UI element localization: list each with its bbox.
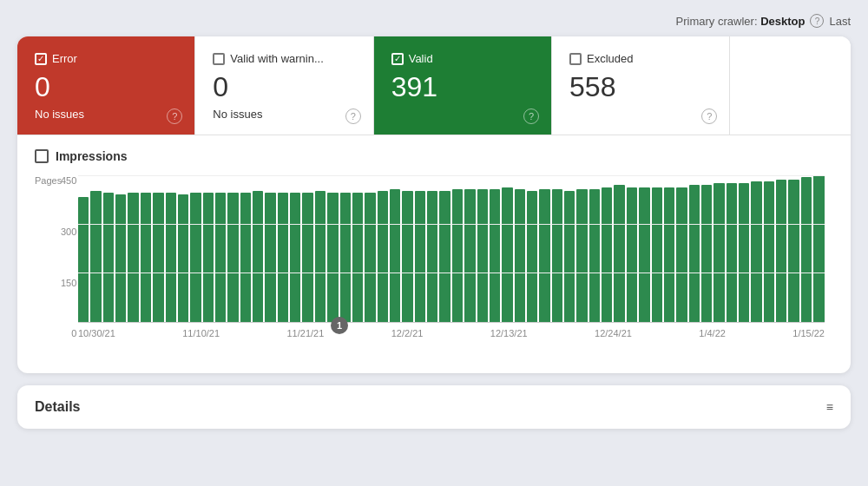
tab-valid-checkbox[interactable]: ✓ [391, 53, 404, 65]
tab-warning-name: Valid with warnin... [230, 52, 323, 65]
y-tick-300: 300 [61, 227, 76, 237]
bar-28 [427, 191, 437, 322]
x-label-8: 1/15/22 [792, 328, 825, 338]
bar-24 [378, 191, 388, 322]
bar-20 [327, 193, 338, 322]
bar-34 [502, 187, 512, 323]
bar-11 [215, 193, 226, 322]
last-label: Last [829, 15, 851, 28]
bar-52 [727, 183, 737, 322]
x-label-6: 12/24/21 [595, 328, 632, 338]
bar-36 [527, 191, 537, 322]
bar-31 [464, 189, 475, 322]
bar-58 [801, 177, 812, 322]
impressions-label: Impressions [56, 149, 127, 163]
tab-valid[interactable]: ✓ Valid 391 ? [374, 36, 552, 135]
bar-3 [115, 194, 126, 322]
bar-29 [439, 191, 450, 322]
impressions-checkbox[interactable] [35, 149, 49, 163]
tab-error-sublabel: No issues [35, 108, 177, 121]
bar-4 [128, 193, 138, 322]
bar-5 [141, 193, 151, 322]
impressions-header: Impressions [35, 149, 833, 163]
y-tick-450: 450 [61, 175, 76, 186]
crawler-type: Desktop [760, 15, 805, 28]
bar-12 [227, 193, 238, 322]
x-label-3: 11/21/21 [286, 328, 324, 338]
tab-error[interactable]: ✓ Error 0 No issues ? [17, 36, 195, 135]
bar-40 [576, 189, 587, 322]
tab-excluded-name: Excluded [587, 52, 633, 65]
y-axis: 450 300 150 0 [61, 175, 76, 338]
bar-17 [290, 193, 300, 322]
bar-13 [240, 193, 251, 322]
bar-46 [652, 187, 662, 323]
bar-55 [764, 181, 774, 322]
tab-excluded-count: 558 [569, 72, 712, 102]
filter-icon[interactable]: ≡ [826, 400, 833, 414]
x-label-2: 11/10/21 [182, 328, 220, 338]
tab-error-checkbox[interactable]: ✓ [35, 53, 47, 65]
bar-15 [265, 193, 275, 322]
bar-27 [415, 191, 425, 322]
annotation-dot: 1 [331, 317, 348, 334]
bar-7 [166, 193, 176, 322]
bar-19 [315, 191, 326, 322]
bar-59 [813, 175, 824, 322]
bar-51 [713, 183, 724, 322]
tab-warning-checkbox[interactable] [213, 53, 225, 65]
crawler-help-icon[interactable]: ? [810, 14, 824, 28]
bar-39 [564, 191, 575, 322]
bar-14 [253, 191, 263, 322]
bar-38 [552, 189, 562, 322]
tab-warning[interactable]: Valid with warnin... 0 No issues ? [195, 36, 373, 135]
bar-41 [589, 189, 600, 322]
chart-annotation: 1 [331, 317, 348, 334]
bar-18 [302, 193, 312, 322]
bar-47 [664, 187, 674, 323]
tab-error-help-icon[interactable]: ? [167, 108, 182, 124]
bar-49 [689, 185, 700, 322]
chart-bars-wrapper: 1 [78, 175, 825, 323]
x-axis: 10/30/21 11/10/21 11/21/21 12/2/21 12/13… [78, 323, 825, 338]
bar-53 [739, 183, 749, 322]
details-card: Details ≡ [17, 385, 851, 429]
y-tick-150: 150 [61, 278, 76, 288]
tab-excluded-help-icon[interactable]: ? [701, 108, 717, 124]
tab-valid-count: 391 [391, 72, 534, 102]
bar-57 [788, 180, 799, 323]
bar-21 [340, 193, 351, 322]
tab-error-header: ✓ Error [35, 52, 177, 65]
tab-warning-header: Valid with warnin... [213, 52, 355, 65]
bar-45 [639, 187, 649, 323]
bar-48 [676, 187, 687, 323]
tab-warning-count: 0 [213, 72, 355, 102]
bar-32 [477, 189, 488, 322]
bar-44 [627, 187, 637, 323]
tab-warning-sublabel: No issues [213, 108, 355, 121]
bar-1 [90, 191, 101, 322]
tab-excluded[interactable]: Excluded 558 ? [552, 36, 730, 135]
tab-valid-help-icon[interactable]: ? [523, 108, 539, 124]
bar-33 [490, 189, 500, 322]
tab-warning-help-icon[interactable]: ? [345, 108, 361, 124]
bar-26 [402, 191, 412, 322]
tab-excluded-checkbox[interactable] [569, 53, 582, 65]
tab-empty [730, 36, 851, 135]
chart-bars [78, 175, 825, 322]
status-tabs: ✓ Error 0 No issues ? Valid with warnin.… [17, 36, 851, 135]
bar-10 [203, 193, 214, 322]
bar-2 [103, 193, 114, 322]
y-tick-0: 0 [71, 328, 76, 338]
chart-area: Pages 450 300 150 0 1 10/30/ [35, 175, 833, 364]
tab-error-count: 0 [35, 72, 177, 102]
main-card: ✓ Error 0 No issues ? Valid with warnin.… [17, 36, 851, 373]
top-bar: Primary crawler: Desktop ? Last [17, 9, 851, 36]
bar-8 [178, 194, 188, 322]
x-label-4: 12/2/21 [391, 328, 424, 338]
bar-54 [751, 181, 761, 322]
bar-22 [352, 193, 363, 322]
bar-42 [602, 187, 612, 323]
tab-excluded-header: Excluded [569, 52, 712, 65]
tab-valid-header: ✓ Valid [391, 52, 534, 65]
